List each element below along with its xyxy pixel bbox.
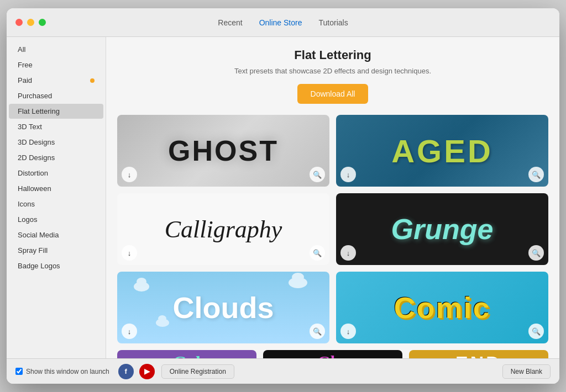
card-comic[interactable]: Comic ↓ 🔍 [336,272,548,343]
search-clouds-button[interactable]: 🔍 [310,324,325,339]
sidebar-item-halloween[interactable]: Halloween [9,181,103,196]
card-partial-purple-label: Gal [173,352,201,358]
card-grunge-label: Grunge [391,213,494,246]
sidebar-item-icons[interactable]: Icons [9,197,103,211]
download-comic-button[interactable]: ↓ [340,324,356,339]
card-partial-purple[interactable]: Gal [117,350,256,358]
card-calligraphy-label: Calligraphy [165,215,282,243]
card-calligraphy[interactable]: Calligraphy ↓ 🔍 [117,193,329,265]
download-aged-button[interactable]: ↓ [340,167,356,182]
facebook-button[interactable]: f [118,364,134,379]
card-ghost[interactable]: GHOST ↓ 🔍 [117,115,329,187]
main-window: Recent Online Store Tutorials All Free P… [7,8,559,384]
search-grunge-button[interactable]: 🔍 [528,245,544,261]
card-aged-label: AGED [391,133,493,169]
main-content: All Free Paid Purchased Flat Lettering 3… [7,37,559,358]
sidebar: All Free Paid Purchased Flat Lettering 3… [7,37,106,358]
download-all-button[interactable]: Download All [297,84,369,104]
card-partial-black[interactable]: Gho [263,350,402,358]
card-clouds[interactable]: Clouds [117,272,329,343]
card-comic-actions: ↓ 🔍 [340,324,544,339]
content-title: Flat Lettering [117,48,548,62]
card-grunge-actions: ↓ 🔍 [340,245,544,261]
new-blank-button[interactable]: New Blank [502,364,551,379]
titlebar: Recent Online Store Tutorials [7,8,559,37]
download-ghost-button[interactable]: ↓ [122,167,137,182]
sidebar-item-flat-lettering[interactable]: Flat Lettering [9,104,103,119]
show-on-launch-label: Show this window on launch [26,368,109,375]
download-clouds-button[interactable]: ↓ [122,324,137,339]
sidebar-item-social-media[interactable]: Social Media [9,227,103,242]
card-partial-gold-label: END [455,352,502,358]
sidebar-item-purchased[interactable]: Purchased [9,88,103,103]
maximize-button[interactable] [39,19,46,26]
download-calligraphy-button[interactable]: ↓ [122,245,137,261]
tab-tutorials[interactable]: Tutorials [319,16,348,29]
register-button[interactable]: Online Registration [161,364,234,379]
tab-recent[interactable]: Recent [218,16,242,29]
content-header: Flat Lettering Text presets that showcas… [117,48,548,104]
social-icons: f ▶ [118,364,155,379]
card-partial-gold[interactable]: END [409,350,548,358]
card-clouds-actions: ↓ 🔍 [122,324,325,339]
sidebar-item-2d-designs[interactable]: 2D Designs [9,150,103,165]
search-comic-button[interactable]: 🔍 [528,324,544,339]
window-controls [15,19,46,26]
sidebar-item-3d-designs[interactable]: 3D Designs [9,135,103,150]
youtube-button[interactable]: ▶ [139,364,155,379]
card-partial-black-label: Gho [317,352,348,358]
sidebar-item-all[interactable]: All [9,42,103,57]
content-subtitle: Text presets that showcase 2D effects an… [117,67,548,75]
card-ghost-actions: ↓ 🔍 [122,167,325,182]
search-calligraphy-button[interactable]: 🔍 [310,245,325,261]
card-aged-actions: ↓ 🔍 [340,167,544,182]
card-ghost-label: GHOST [168,134,279,167]
close-button[interactable] [15,19,23,26]
search-aged-button[interactable]: 🔍 [528,167,544,182]
sidebar-item-spray-fill[interactable]: Spray Fill [9,243,103,258]
minimize-button[interactable] [27,19,34,26]
card-aged[interactable]: AGED ↓ 🔍 [336,115,548,187]
tab-online-store[interactable]: Online Store [259,16,302,29]
card-comic-label: Comic [394,290,490,325]
sidebar-item-distortion[interactable]: Distortion [9,166,103,181]
download-grunge-button[interactable]: ↓ [340,245,356,261]
card-grunge[interactable]: Grunge ↓ 🔍 [336,193,548,265]
sidebar-item-3d-text[interactable]: 3D Text [9,119,103,134]
sidebar-item-badge-logos[interactable]: Badge Logos [9,258,103,273]
bottombar: Show this window on launch f ▶ Online Re… [7,358,559,384]
tab-bar: Recent Online Store Tutorials [218,16,348,29]
partial-card-grid: Gal Gho END [117,350,548,358]
show-on-launch-input[interactable] [15,368,23,375]
sidebar-item-free[interactable]: Free [9,57,103,72]
card-calligraphy-actions: ↓ 🔍 [122,245,325,261]
show-on-launch-checkbox[interactable]: Show this window on launch [15,368,109,375]
sidebar-item-logos[interactable]: Logos [9,212,103,227]
sidebar-item-paid[interactable]: Paid [9,73,103,88]
search-ghost-button[interactable]: 🔍 [310,167,325,182]
paid-badge [90,78,95,83]
card-clouds-label: Clouds [173,290,274,325]
content-area: Flat Lettering Text presets that showcas… [106,37,559,358]
card-grid: GHOST ↓ 🔍 AGED ↓ 🔍 Calligraphy [117,115,548,343]
